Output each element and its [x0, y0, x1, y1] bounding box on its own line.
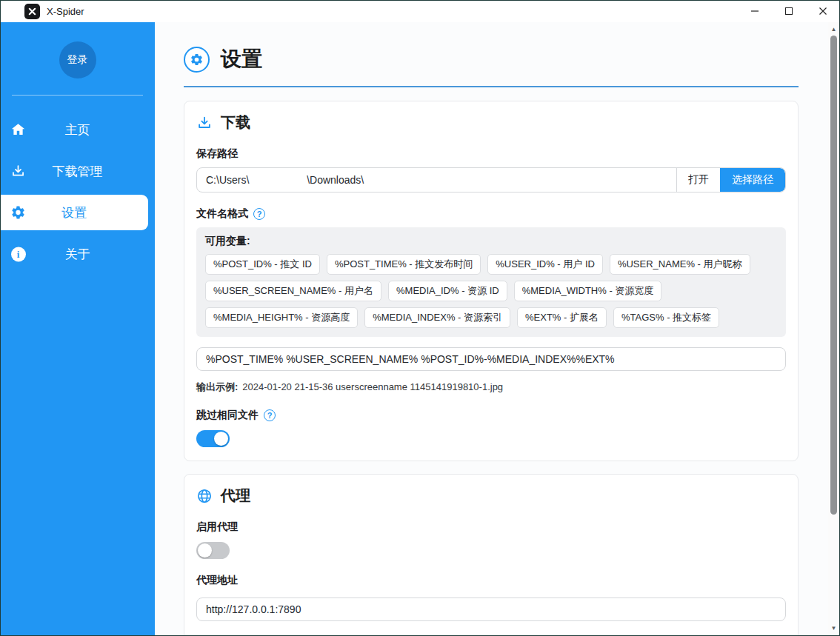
skip-same-file-toggle[interactable]: [196, 430, 230, 447]
variable-chip[interactable]: %MEDIA_WIDTH% - 资源宽度: [514, 281, 662, 301]
sidebar-item-home[interactable]: 主页: [0, 112, 155, 147]
scroll-up-icon[interactable]: ▲: [828, 24, 839, 35]
scrollbar-thumb[interactable]: [830, 36, 837, 515]
page-title: 设置: [221, 45, 262, 73]
variable-chip[interactable]: %MEDIA_HEIGHT% - 资源高度: [205, 307, 358, 328]
variable-chip[interactable]: %TAGS% - 推文标签: [613, 307, 719, 328]
login-label: 登录: [67, 53, 88, 67]
variable-chip[interactable]: %MEDIA_ID% - 资源 ID: [388, 281, 507, 301]
proxy-section-header: 代理: [196, 486, 786, 506]
header-divider: [184, 86, 799, 87]
filename-format-input[interactable]: [196, 347, 786, 371]
variable-chip[interactable]: %USER_NAME% - 用户昵称: [610, 254, 750, 275]
sidebar-nav: 主页 下载管理 设置 i 关于: [0, 112, 155, 272]
download-section: 下载 保存路径 打开 选择路径 文件名格式 ? 可用变量: %POST_ID% …: [184, 101, 799, 461]
variables-title: 可用变量:: [205, 235, 777, 248]
sidebar-item-download-manager[interactable]: 下载管理: [0, 153, 155, 189]
variable-chip[interactable]: %USER_ID% - 用户 ID: [487, 254, 603, 275]
proxy-address-input[interactable]: [196, 597, 786, 621]
download-section-title: 下载: [221, 113, 250, 133]
scrollbar: ▲ ▼: [828, 22, 839, 635]
titlebar: X-Spider: [0, 0, 840, 22]
save-path-group: 打开 选择路径: [196, 167, 786, 193]
variable-chip[interactable]: %USER_SCREEN_NAME% - 用户名: [205, 281, 381, 301]
output-example-label: 输出示例:: [196, 381, 238, 392]
save-path-label: 保存路径: [196, 147, 786, 161]
app-title: X-Spider: [47, 6, 84, 17]
sidebar-divider: [12, 95, 143, 96]
open-button[interactable]: 打开: [676, 168, 720, 192]
proxy-section: 代理 启用代理 代理地址: [184, 474, 799, 636]
toggle-knob: [198, 543, 212, 558]
window-controls: [738, 0, 840, 22]
output-example-value: 2024-01-20 21-15-36 userscreenname 11451…: [242, 381, 503, 392]
skip-same-file-label-row: 跳过相同文件 ?: [196, 409, 786, 422]
page-header: 设置: [184, 45, 262, 73]
minimize-icon[interactable]: [738, 0, 772, 22]
variable-chip[interactable]: %POST_ID% - 推文 ID: [205, 254, 320, 275]
filename-format-label-row: 文件名格式 ?: [196, 207, 786, 221]
settings-gear-icon: [184, 47, 210, 73]
enable-proxy-toggle[interactable]: [196, 542, 230, 559]
login-button[interactable]: 登录: [59, 41, 96, 78]
download-section-header: 下载: [196, 113, 786, 133]
gear-icon: [10, 204, 27, 221]
output-example: 输出示例:2024-01-20 21-15-36 userscreenname …: [196, 381, 786, 394]
variable-chip[interactable]: %POST_TIME% - 推文发布时间: [327, 254, 481, 275]
home-icon: [10, 121, 27, 138]
toggle-knob: [214, 432, 228, 446]
globe-icon: [196, 488, 213, 504]
proxy-section-title: 代理: [221, 486, 250, 506]
maximize-icon[interactable]: [772, 0, 806, 22]
help-icon[interactable]: ?: [264, 409, 276, 421]
variable-chip[interactable]: %EXT% - 扩展名: [517, 307, 607, 328]
filename-format-label: 文件名格式: [196, 207, 248, 221]
enable-proxy-label: 启用代理: [196, 520, 786, 534]
app-logo-x-icon: [24, 4, 40, 19]
sidebar-item-about[interactable]: i 关于: [0, 236, 155, 272]
variables-row-3: %MEDIA_HEIGHT% - 资源高度 %MEDIA_INDEX% - 资源…: [205, 307, 777, 328]
info-icon: i: [10, 246, 27, 263]
close-icon[interactable]: [806, 0, 840, 22]
skip-same-file-label: 跳过相同文件: [196, 409, 259, 422]
sidebar: 登录 主页 下载管理 设置 i 关于: [0, 22, 155, 636]
proxy-address-label: 代理地址: [196, 574, 786, 587]
download-icon: [10, 163, 27, 180]
main-content: 设置 下载 保存路径 打开 选择路径 文件名格式 ? 可用变量: %POST_I…: [155, 22, 840, 636]
download-icon: [196, 115, 213, 131]
choose-path-button[interactable]: 选择路径: [720, 168, 785, 192]
variable-chip[interactable]: %MEDIA_INDEX% - 资源索引: [364, 307, 510, 328]
scroll-down-icon[interactable]: ▼: [828, 623, 839, 634]
help-icon[interactable]: ?: [253, 208, 265, 220]
variables-row-2: %USER_SCREEN_NAME% - 用户名 %MEDIA_ID% - 资源…: [205, 281, 777, 301]
sidebar-item-settings[interactable]: 设置: [0, 195, 148, 230]
available-variables-box: 可用变量: %POST_ID% - 推文 ID %POST_TIME% - 推文…: [196, 227, 786, 337]
variables-row-1: %POST_ID% - 推文 ID %POST_TIME% - 推文发布时间 %…: [205, 254, 777, 275]
save-path-input[interactable]: [197, 168, 676, 192]
